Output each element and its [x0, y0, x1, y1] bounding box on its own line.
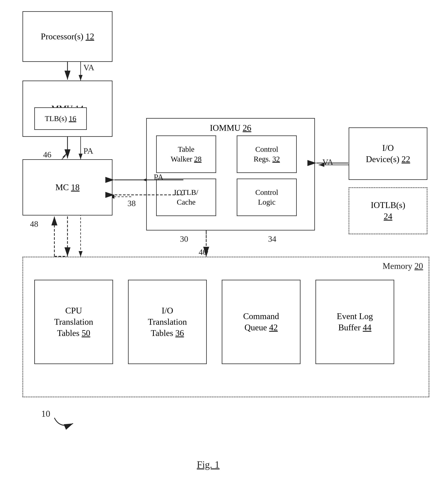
ref-48-label: 48: [30, 219, 38, 229]
event-log-box: Event LogBuffer 44: [315, 280, 394, 364]
diagram-ref-label: 10: [41, 408, 50, 419]
io-tables-box: I/OTranslationTables 36: [128, 280, 207, 364]
control-regs-box: ControlRegs. 32: [237, 135, 297, 173]
iotlb-device-label: IOTLB(s)24: [371, 200, 405, 222]
mmu-box: MMU 14 TLB(s) 16: [23, 81, 113, 137]
mc-box: MC 18: [23, 159, 113, 216]
io-device-label: I/ODevice(s) 22: [366, 143, 410, 165]
io-device-box: I/ODevice(s) 22: [349, 128, 427, 180]
va-io-label: VA: [322, 158, 333, 167]
diagram: Processor(s) 12 VA MMU 14 TLB(s) 16 46 P…: [0, 0, 448, 481]
control-regs-label: ControlRegs. 32: [254, 144, 280, 164]
memory-box: Memory 20 CPUTranslationTables 50 I/OTra…: [23, 257, 429, 397]
processor-box: Processor(s) 12: [23, 11, 113, 62]
svg-line-11: [62, 156, 66, 159]
iotlb-cache-label: IOTLB/Cache: [174, 188, 198, 207]
ref-46-label: 46: [43, 150, 51, 159]
memory-label: Memory 20: [383, 261, 423, 271]
table-walker-box: TableWalker 28: [156, 135, 216, 173]
diagram-arrows: [0, 0, 448, 481]
tlb-box: TLB(s) 16: [34, 107, 87, 130]
tlb-label: TLB(s) 16: [45, 114, 76, 123]
processor-label: Processor(s) 12: [41, 31, 94, 42]
mc-label: MC 18: [55, 182, 79, 193]
command-queue-box: CommandQueue 42: [222, 280, 300, 364]
io-tables-label: I/OTranslationTables 36: [148, 305, 187, 338]
cpu-tables-box: CPUTranslationTables 50: [34, 280, 113, 364]
iotlb-cache-box: IOTLB/Cache: [156, 179, 216, 216]
iommu-box: IOMMU 26 TableWalker 28 IOTLB/Cache Cont…: [146, 118, 315, 231]
table-walker-label: TableWalker 28: [171, 144, 202, 164]
svg-line-22: [63, 152, 68, 158]
arrows-svg: [0, 0, 448, 481]
ref-30-label: 30: [180, 234, 188, 244]
control-logic-box: ControlLogic: [237, 179, 297, 216]
ref-40-label: 40: [199, 247, 207, 257]
iommu-label: IOMMU 26: [210, 122, 251, 134]
event-log-label: Event LogBuffer 44: [337, 311, 373, 333]
pa-left-label: PA: [84, 146, 93, 156]
va-top-label: VA: [84, 63, 94, 72]
figure-caption: Fig. 1: [197, 459, 220, 470]
cpu-tables-label: CPUTranslationTables 50: [54, 305, 93, 338]
pa-iommu-label: PA: [154, 172, 163, 182]
command-queue-label: CommandQueue 42: [243, 311, 279, 333]
ref-38-label: 38: [128, 199, 136, 208]
ref-34-label: 34: [268, 234, 276, 244]
control-logic-label: ControlLogic: [255, 188, 278, 207]
iotlb-device-box: IOTLB(s)24: [349, 187, 427, 234]
